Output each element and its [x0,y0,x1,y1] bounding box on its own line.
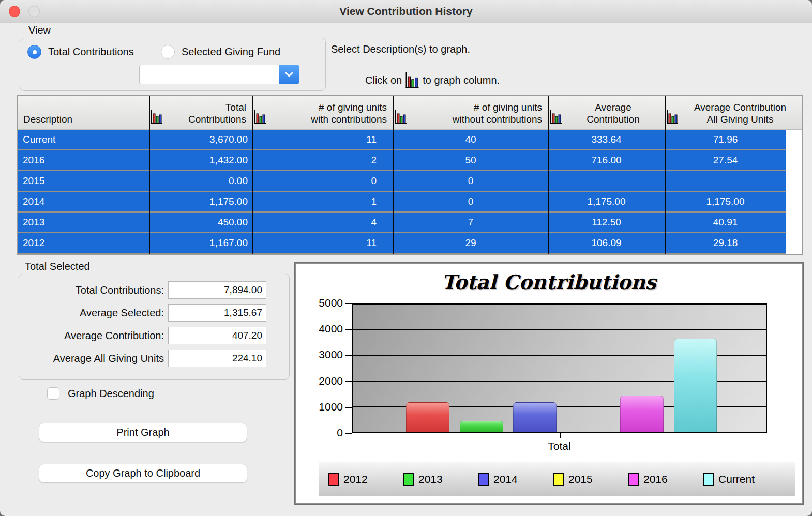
table-row-2015[interactable]: 20150.0000 [18,171,786,192]
graph-descending-checkbox[interactable] [47,387,59,400]
plot-area [352,303,767,433]
radio-selected-giving-fund-label: Selected Giving Fund [182,46,280,58]
table-row-2014[interactable]: 20141,175.00101,175.001,175.00 [18,192,786,213]
legend-swatch [703,473,714,486]
total-selected-label: Total Selected [25,261,90,272]
copy-graph-button[interactable]: Copy Graph to Clipboard [39,464,247,483]
average-all-units-label: Average All Giving Units [19,353,168,365]
header-average-contribution: Average Contribution [548,96,665,129]
legend-item-2016: 2016 [628,473,703,486]
print-graph-button[interactable]: Print Graph [39,423,247,442]
table-header: Description Total Contributions # of giv… [18,96,802,130]
column-divider [548,96,549,254]
radio-selected-giving-fund[interactable] [161,45,175,59]
window-title: View Contribution History [0,5,812,18]
radio-total-contributions[interactable] [27,45,41,59]
header-average-all-units: Average Contribution All Giving Units [665,96,802,129]
header-description: Description [18,96,149,129]
bar-Current [674,339,717,432]
total-contributions-field[interactable]: 7,894.00 [168,281,266,299]
average-selected-label: Average Selected: [19,307,168,319]
table-body: Current3,670.001140333.6471.96 20161,432… [18,130,802,254]
giving-fund-dropdown[interactable] [139,65,299,84]
legend-item-2015: 2015 [553,473,628,486]
totals-groupbox: Total Contributions: 7,894.00 Average Se… [19,274,290,380]
plot-wrap: Total 010002000300040005000 [352,303,767,433]
graph-column-icon[interactable] [550,109,562,125]
average-contribution-field[interactable]: 407.20 [168,327,266,344]
y-tick-label: 3000 [312,348,343,361]
legend-item-2014: 2014 [478,473,553,486]
click-hint-prefix: Click on [365,74,402,86]
legend-swatch [553,473,564,486]
chart-panel: Total Contributions Total 01000200030004… [295,263,803,504]
legend-swatch [403,473,414,486]
legend-item-2012: 2012 [328,473,403,486]
gridline [353,329,766,330]
x-axis-label: Total [548,440,570,452]
click-hint-suffix: to graph column. [423,74,500,86]
y-tick-label: 5000 [312,297,343,309]
contribution-history-table: Description Total Contributions # of giv… [17,95,803,255]
legend-item-Current: Current [703,473,778,486]
header-units-without: # of giving units without contributions [393,96,548,129]
radio-total-contributions-label: Total Contributions [48,46,134,58]
chevron-down-icon [283,69,295,80]
titlebar: View Contribution History [0,0,812,23]
graph-column-icon[interactable] [254,109,266,125]
graph-column-icon[interactable] [395,109,407,125]
y-tick-label: 0 [312,427,343,439]
header-units-with: # of giving units with contributions [252,96,393,129]
bar-2014 [513,402,557,432]
bar-2012 [406,402,449,432]
legend-label: 2012 [343,473,368,485]
graph-descending-label: Graph Descending [68,388,154,400]
bar-2013 [460,421,503,432]
legend-label: 2013 [418,473,443,485]
chart-title: Total Contributions [296,270,802,294]
chart-legend: 20122013201420152016Current [319,462,795,496]
legend-swatch [328,473,339,486]
view-groupbox: Total Contributions Selected Giving Fund [20,38,326,91]
y-tick-label: 1000 [312,401,343,413]
y-tick-mark [345,303,352,304]
y-tick-mark [345,433,352,434]
y-tick-mark [345,381,352,382]
column-divider [665,96,666,254]
column-divider [393,96,394,254]
table-row-2016[interactable]: 20161,432.00250716.0027.54 [18,150,786,171]
view-group-label: View [28,24,51,36]
legend-item-2013: 2013 [403,473,478,486]
legend-swatch [478,473,489,486]
y-tick-mark [345,355,352,356]
column-divider [149,96,150,254]
header-total-contributions: Total Contributions [149,96,252,129]
click-to-graph-hint: Click on to graph column. [365,71,500,89]
table-row-current[interactable]: Current3,670.001140333.6471.96 [18,130,786,150]
view-contribution-history-window: View Contribution History View Total Con… [0,0,812,516]
table-row-2013[interactable]: 2013450.0047112.5040.91 [18,213,786,233]
y-tick-label: 2000 [312,375,343,387]
column-divider [252,96,253,254]
graph-column-icon[interactable] [666,109,679,125]
bar-2016 [620,396,664,432]
y-tick-mark [345,329,352,330]
graph-column-icon[interactable] [151,109,163,125]
graph-column-icon [405,71,419,89]
average-contribution-label: Average Contribution: [19,330,168,342]
dropdown-button[interactable] [279,65,299,84]
x-axis-tick [560,433,561,438]
average-all-units-field[interactable]: 224.10 [168,350,266,367]
select-descriptions-hint: Select Description(s) to graph. [331,43,470,55]
legend-label: Current [718,473,755,485]
y-tick-mark [345,407,352,408]
average-selected-field[interactable]: 1,315.67 [168,304,266,322]
total-contributions-label: Total Contributions: [19,284,168,296]
legend-swatch [628,473,639,486]
table-row-2012[interactable]: 20121,167.001129106.0929.18 [18,233,786,254]
y-tick-label: 4000 [312,323,343,335]
legend-label: 2014 [493,473,518,485]
legend-label: 2016 [643,473,668,485]
legend-label: 2015 [568,473,593,485]
